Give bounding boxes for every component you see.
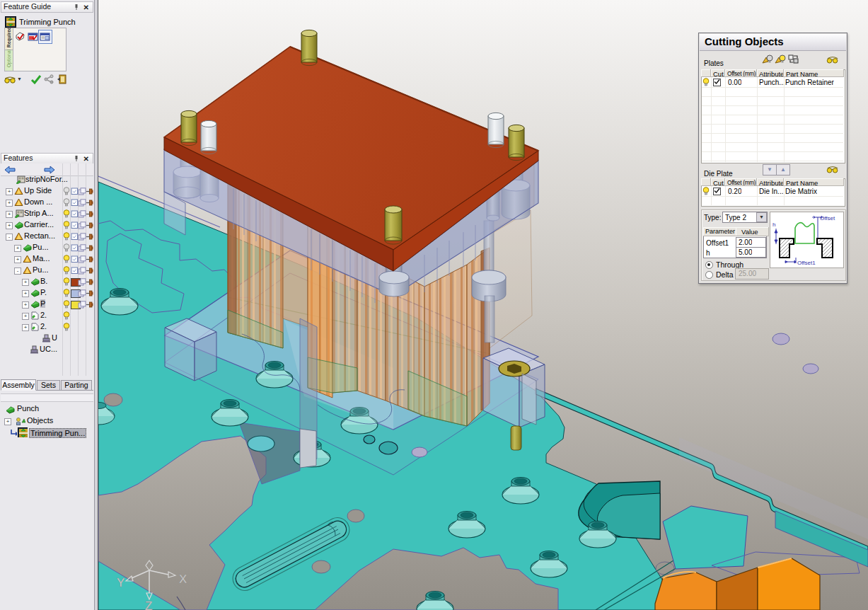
svg-text:h: h bbox=[772, 221, 775, 228]
svg-text:Offset: Offset bbox=[820, 215, 835, 221]
svg-text:Z: Z bbox=[145, 599, 152, 610]
svg-text:Y: Y bbox=[117, 576, 125, 589]
svg-text:Offset1: Offset1 bbox=[797, 260, 816, 266]
svg-text:X: X bbox=[179, 572, 187, 586]
